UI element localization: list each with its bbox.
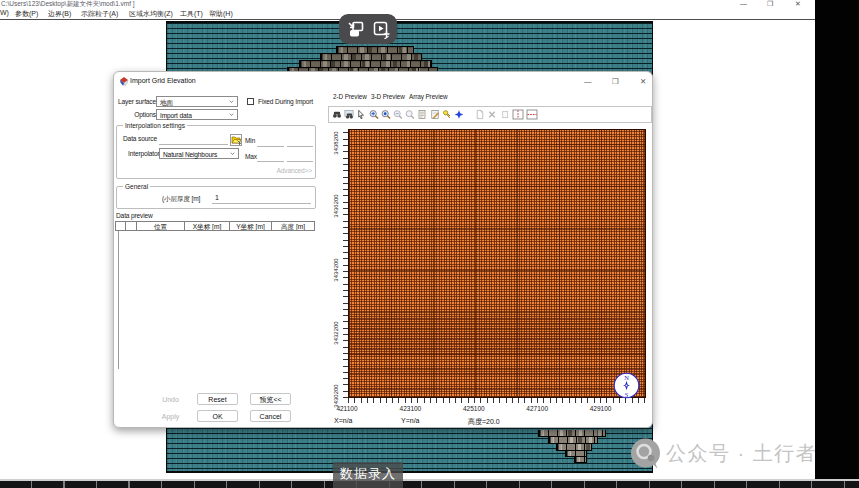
- app-menubar: W) 参数(P) 边界(B) 示踪粒子(A) 区域水均衡(Z) 工具(T) 帮助…: [0, 8, 815, 19]
- reset-button[interactable]: Reset: [197, 393, 238, 405]
- delete-icon[interactable]: [487, 109, 497, 120]
- preview-toggle-button[interactable]: 预览<<: [250, 393, 291, 405]
- browse-file-button[interactable]: [230, 134, 242, 146]
- y-axis-tick-label: 3436200: [333, 191, 339, 221]
- import-grid-elevation-dialog: Import Grid Elevation — ❐ ✕ Layer surfac…: [113, 71, 653, 428]
- data-preview-table-header: 位置 X坐标 [m] Y坐标 [m] 高度 [m]: [115, 221, 315, 231]
- cancel-button[interactable]: Cancel: [250, 410, 291, 422]
- x-axis-tick-label: 427100: [522, 405, 552, 412]
- y-axis-tick-label: 3434200: [333, 255, 339, 285]
- status-x-coordinate: X=n/a: [334, 417, 353, 424]
- column-line-icon[interactable]: [512, 109, 524, 120]
- binoculars-icon[interactable]: [332, 109, 342, 120]
- menu-item-help[interactable]: 帮助(H): [209, 9, 233, 19]
- binoculars-export-icon[interactable]: [344, 109, 354, 120]
- layer-surface-combobox[interactable]: 地面: [156, 96, 238, 107]
- edit-sheet-icon[interactable]: [430, 109, 440, 120]
- recorder-toolbar: [339, 14, 397, 44]
- data-source-label: Data source: [123, 135, 157, 142]
- advanced-link[interactable]: Advanced>>: [240, 167, 312, 174]
- table-header-cell: X坐标 [m]: [185, 222, 230, 230]
- caption-overlay: 数据录入: [333, 462, 403, 488]
- menu-item-particles[interactable]: 示踪粒子(A): [81, 9, 118, 19]
- dialog-minimize-button[interactable]: —: [584, 77, 592, 86]
- zoom-in-icon[interactable]: [369, 109, 379, 120]
- compass-rose: N S: [613, 372, 640, 399]
- compass-south-label: S: [625, 391, 629, 398]
- terrain-mound-bottom: [548, 437, 598, 444]
- apply-button: Apply: [150, 410, 191, 422]
- tab-array-preview[interactable]: Array Preview: [409, 93, 447, 100]
- options-combobox[interactable]: Import data: [156, 109, 238, 120]
- options-label: Options: [118, 111, 156, 118]
- menu-item-w[interactable]: W): [0, 9, 9, 16]
- undo-button: Undo: [150, 393, 191, 405]
- y-axis-tick-label: 3438200: [333, 128, 339, 158]
- fixed-during-import-checkbox[interactable]: [247, 98, 254, 105]
- app-maximize-button[interactable]: ❐: [767, 0, 773, 8]
- new-page-icon[interactable]: [475, 109, 485, 120]
- menu-item-parameters[interactable]: 参数(P): [15, 9, 38, 19]
- layer-thickness-input[interactable]: 1: [212, 194, 311, 204]
- data-source-input[interactable]: [159, 136, 228, 145]
- table-header-cell: 位置: [137, 222, 185, 230]
- plot-2d-grid[interactable]: [348, 129, 646, 398]
- interpolator-combobox[interactable]: Natural Neighbours: [159, 148, 239, 159]
- zoom-out-icon[interactable]: [393, 109, 403, 120]
- menubar-separator: [0, 19, 815, 20]
- screen: C:\Users\123\Desktop\新建文件夹\mod\1.vmf ] —…: [0, 0, 859, 488]
- table-header-cell: [126, 222, 137, 230]
- app-minimize-button[interactable]: —: [740, 0, 747, 8]
- terrain-mound-top: [299, 60, 432, 67]
- x-axis-tick-label: 423100: [395, 405, 425, 412]
- app-close-button[interactable]: ✕: [795, 0, 801, 8]
- chevron-down-icon: [230, 151, 235, 156]
- blank-page-icon[interactable]: [500, 109, 510, 120]
- preview-toolbar: [328, 106, 652, 123]
- watermark-text: 公众号 · 土行者: [666, 440, 817, 467]
- tab-3d-preview[interactable]: 3-D Preview: [371, 93, 405, 100]
- max-input-2[interactable]: [287, 153, 313, 162]
- terrain-mound-top: [336, 46, 414, 53]
- report-icon[interactable]: [417, 109, 427, 120]
- layer-surface-label: Layer surface: [118, 98, 156, 105]
- min-input-2[interactable]: [287, 138, 313, 147]
- dialog-maximize-button[interactable]: ❐: [612, 77, 619, 86]
- star-icon[interactable]: [454, 109, 464, 120]
- x-axis-tick-label: 425100: [459, 405, 489, 412]
- status-elevation: 高度=20.0: [468, 417, 500, 427]
- table-header-cell: 高度 [m]: [272, 222, 314, 230]
- fixed-during-import-label: Fixed During Import: [258, 98, 313, 105]
- table-header-cell: [116, 222, 126, 230]
- dialog-app-icon: [119, 76, 129, 87]
- dialog-close-button[interactable]: ✕: [640, 77, 646, 86]
- zoom-original-icon[interactable]: [381, 109, 391, 120]
- max-input-1[interactable]: [257, 153, 284, 162]
- table-header-cell: Y坐标 [m]: [230, 222, 272, 230]
- min-label: Min: [245, 137, 255, 144]
- chevron-down-icon: [229, 112, 234, 117]
- menu-item-tools[interactable]: 工具(T): [180, 9, 203, 19]
- table-body-left-rule: [118, 231, 119, 369]
- menu-item-water-balance[interactable]: 区域水均衡(Z): [129, 9, 173, 19]
- zoom-window-icon[interactable]: [405, 109, 415, 120]
- screen-right-black-strip: [815, 0, 859, 479]
- cursor-icon[interactable]: [356, 109, 366, 120]
- open-folder-icon: [231, 135, 241, 145]
- key-icon[interactable]: [442, 109, 452, 120]
- shrink-window-icon[interactable]: [346, 20, 365, 39]
- compass-north-label: N: [624, 374, 629, 381]
- record-play-icon[interactable]: [372, 20, 391, 39]
- layer-thickness-label: (小层厚度 [m]: [162, 195, 200, 204]
- terrain-mound-bottom: [538, 430, 606, 437]
- menu-item-boundary[interactable]: 边界(B): [48, 9, 71, 19]
- interpolator-label: Interpolator: [128, 150, 160, 157]
- min-input-1[interactable]: [257, 138, 284, 147]
- status-y-coordinate: Y=n/a: [401, 417, 420, 424]
- tab-2d-preview[interactable]: 2-D Preview: [333, 93, 367, 100]
- app-titlebar: C:\Users\123\Desktop\新建文件夹\mod\1.vmf ] —…: [0, 0, 815, 8]
- x-axis-tick-label: 421100: [332, 405, 362, 412]
- row-line-icon[interactable]: [526, 109, 538, 120]
- taskbar[interactable]: [0, 479, 859, 488]
- ok-button[interactable]: OK: [197, 410, 238, 422]
